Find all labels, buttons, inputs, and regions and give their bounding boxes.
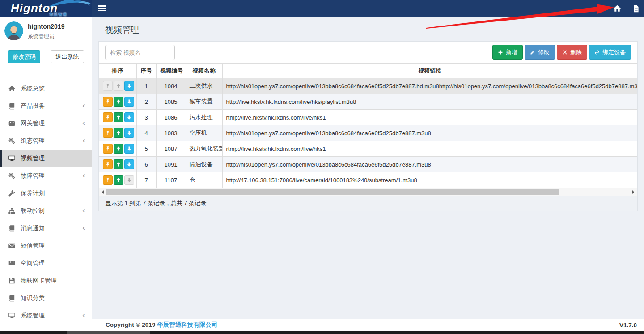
scrollbar-thumb[interactable]: [106, 189, 559, 195]
sidebar-item-gateway-management[interactable]: 网关管理 ‹: [0, 115, 92, 132]
book-icon: [8, 103, 16, 110]
sidebar-item-label: 故障管理: [21, 172, 45, 180]
copyright-text: Copyright © 2019: [106, 321, 155, 328]
arrow-down-icon: [127, 130, 132, 136]
company-link[interactable]: 华辰智通科技有限公司: [157, 321, 217, 328]
add-button[interactable]: 新增: [492, 45, 523, 60]
change-password-button[interactable]: 修改密码: [8, 50, 40, 63]
brand-logo: Hignton 华辰智通: [0, 0, 92, 17]
pin-top-button[interactable]: [103, 159, 113, 169]
cell-name: 污水处理: [186, 110, 222, 125]
move-up-button[interactable]: [114, 144, 123, 154]
cell-code: 1085: [156, 94, 186, 110]
move-down-button[interactable]: [124, 159, 134, 169]
pin-icon: [105, 162, 110, 167]
table-row[interactable]: 2 1085 猴车装置 http://live.hkstv.hk.lxdns.c…: [99, 94, 637, 110]
pin-top-button[interactable]: [103, 112, 113, 122]
move-down-button[interactable]: [124, 144, 134, 154]
arrow-up-icon: [116, 115, 121, 120]
page-scrollbar-thumb[interactable]: [67, 331, 150, 334]
pencil-icon: [530, 50, 535, 55]
search-input[interactable]: [105, 45, 175, 60]
sidebar-menu: 系统总览 产品设备 ‹ 网关管理 ‹ 组态管理 ‹ 视频管理 故障管理 ‹: [0, 80, 92, 324]
delete-button[interactable]: 删除: [557, 45, 587, 60]
table-row[interactable]: 3 1086 污水处理 rtmp://live.hkstv.hk.lxdns.c…: [99, 110, 637, 125]
arrow-down-icon: [127, 99, 132, 104]
arrow-up-icon: [116, 162, 121, 167]
cell-seq: 3: [136, 110, 156, 125]
sidebar-item-sms-management[interactable]: 短信管理: [0, 237, 92, 254]
cell-name: 空压机: [186, 125, 222, 141]
column-header-sort: 排序: [99, 64, 136, 78]
sidebar-item-label: 空间管理: [21, 259, 45, 267]
move-down-button[interactable]: [124, 97, 134, 107]
table-row[interactable]: 6 1091 隔油设备 http://hls01open.ys7.com/ope…: [99, 157, 637, 172]
sidebar-item-system-overview[interactable]: 系统总览: [0, 80, 92, 97]
move-down-button[interactable]: [124, 128, 134, 138]
sidebar-item-label: 物联网卡管理: [21, 277, 57, 285]
sidebar-item-configuration-management[interactable]: 组态管理 ‹: [0, 132, 92, 150]
pin-top-button[interactable]: [103, 175, 113, 185]
sidebar-item-label: 知识分类: [21, 294, 45, 302]
table-row[interactable]: 7 1107 仓 http://47.106.38.151:7086/live/…: [99, 172, 637, 188]
move-up-button[interactable]: [114, 175, 123, 185]
cell-url: http://hls01open.ys7.com/openlive/013bba…: [222, 157, 637, 172]
cell-seq: 2: [136, 94, 156, 110]
pin-top-button[interactable]: [103, 97, 113, 107]
cell-url: http://hls01open.ys7.com/openlive/013bba…: [222, 125, 637, 141]
gears-icon: [8, 172, 16, 180]
sidebar-item-video-management[interactable]: 视频管理: [0, 150, 92, 167]
home-icon: [8, 85, 16, 92]
table-row[interactable]: 1 1084 二次供水 http://hls01open.ys7.com/ope…: [99, 78, 637, 94]
table-row[interactable]: 5 1087 热力氧化装置 rtmp://live.hkstv.hk.lxdns…: [99, 141, 637, 157]
main-content: 视频管理 新增 修改 删除 绑定设备: [92, 17, 644, 319]
desktop-icon: [8, 312, 16, 319]
pin-icon: [105, 99, 110, 104]
sidebar-item-fault-management[interactable]: 故障管理 ‹: [0, 167, 92, 184]
table-row[interactable]: 4 1083 空压机 http://hls01open.ys7.com/open…: [99, 125, 637, 141]
footer: Copyright © 2019华辰智通科技有限公司 V1.7.0: [92, 319, 644, 331]
cell-name: 猴车装置: [186, 94, 222, 110]
cell-code: 1084: [156, 78, 186, 94]
move-down-button[interactable]: [124, 112, 134, 122]
arrow-up-icon: [116, 130, 121, 136]
sidebar-toggle-hamburger-icon[interactable]: [98, 5, 106, 12]
sidebar-item-system-management[interactable]: 系统管理 ‹: [0, 307, 92, 324]
horizontal-scrollbar[interactable]: [99, 188, 637, 196]
bind-device-button[interactable]: 绑定设备: [589, 45, 631, 60]
cell-url: rtmp://live.hkstv.hk.lxdns.com/live/hks1: [222, 110, 637, 125]
cell-code: 1107: [156, 172, 186, 188]
floppy-icon: [8, 277, 16, 284]
arrow-up-icon: [116, 99, 121, 104]
sidebar-item-space-management[interactable]: 空间管理: [0, 254, 92, 272]
column-header-url: 视频链接: [222, 64, 637, 78]
home-icon[interactable]: [613, 4, 622, 13]
sidebar-item-message-notification[interactable]: 消息通知 ‹: [0, 219, 92, 237]
sidebar-item-product-devices[interactable]: 产品设备 ‹: [0, 97, 92, 115]
pin-top-button[interactable]: [103, 144, 113, 154]
move-up-button[interactable]: [114, 128, 123, 138]
pin-top-button[interactable]: [103, 128, 113, 138]
move-up-button[interactable]: [114, 112, 123, 122]
video-table: 排序 序号 视频编号 视频名称 视频链接 1 1084 二次供水 http://…: [99, 63, 637, 188]
document-icon[interactable]: [631, 4, 640, 13]
pin-top-button: [103, 81, 113, 91]
edit-button[interactable]: 修改: [525, 45, 555, 60]
scroll-left-arrow[interactable]: [99, 188, 106, 196]
scroll-right-arrow[interactable]: [630, 188, 637, 196]
pin-icon: [105, 115, 110, 120]
sidebar-item-maintenance-plan[interactable]: 保养计划: [0, 184, 92, 202]
sidebar-item-knowledge-classification[interactable]: 知识分类: [0, 289, 92, 307]
cell-name: 仓: [186, 172, 222, 188]
sidebar-item-linkage-control[interactable]: 联动控制 ‹: [0, 202, 92, 219]
move-up-button[interactable]: [114, 159, 123, 169]
video-table-panel: 新增 修改 删除 绑定设备 排序: [98, 41, 638, 211]
arrow-down-icon: [127, 177, 132, 183]
cell-seq: 4: [136, 125, 156, 141]
sidebar-item-iot-card-management[interactable]: 物联网卡管理: [0, 272, 92, 289]
move-up-button[interactable]: [114, 97, 123, 107]
page-horizontal-scrollbar[interactable]: [0, 331, 644, 334]
logout-button[interactable]: 退出系统: [51, 50, 84, 63]
add-button-label: 新增: [506, 48, 517, 56]
move-down-button[interactable]: [124, 81, 134, 91]
